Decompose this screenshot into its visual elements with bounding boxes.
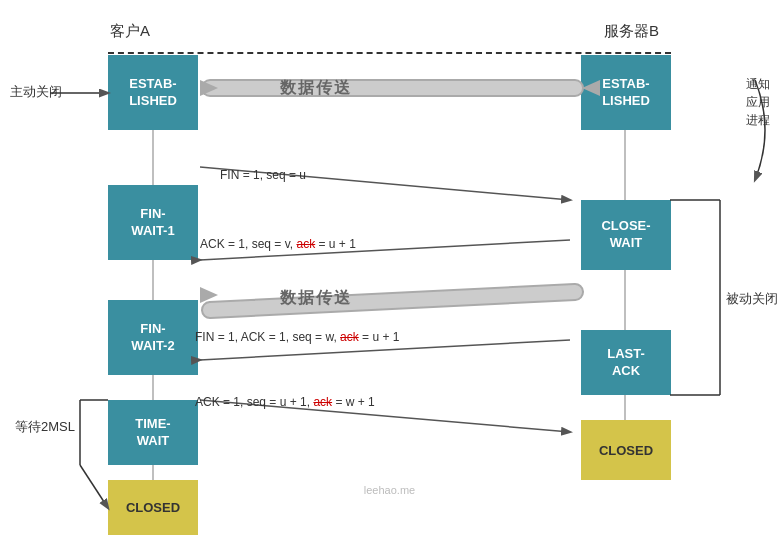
svg-marker-23 (582, 80, 600, 96)
ack2-label: ACK = 1, seq = u + 1, ack = w + 1 (195, 395, 375, 409)
estab-left-box: ESTAB-LISHED (108, 55, 198, 130)
diagram: 客户A 服务器B ESTAB-LISHED FIN-WAIT-1 FIN-WAI… (0, 0, 779, 551)
server-label: 服务器B (604, 22, 659, 41)
active-close-label: 主动关闭 (10, 83, 62, 101)
notify-app-label: 通知应用进程 (746, 75, 770, 129)
close-wait-box: CLOSE-WAIT (581, 200, 671, 270)
passive-close-label: 被动关闭 (726, 290, 778, 308)
fin-wait1-box: FIN-WAIT-1 (108, 185, 198, 260)
client-label: 客户A (110, 22, 150, 41)
data-transfer-arrows (200, 70, 600, 106)
data-transfer-mid-arrows (200, 281, 600, 311)
time-wait-box: TIME-WAIT (108, 400, 198, 465)
closed-right-box: CLOSED (581, 420, 671, 480)
ack1-label: ACK = 1, seq = v, ack = u + 1 (200, 237, 356, 251)
svg-marker-24 (200, 287, 218, 303)
svg-marker-22 (200, 80, 218, 96)
closed-left-box: CLOSED (108, 480, 198, 535)
watermark: leehao.me (364, 484, 415, 496)
wait-2msl-label: 等待2MSL (15, 418, 75, 436)
fin-seq-label: FIN = 1, seq = u (220, 168, 306, 182)
fin-ack-label: FIN = 1, ACK = 1, seq = w, ack = u + 1 (195, 330, 399, 344)
last-ack-box: LAST-ACK (581, 330, 671, 395)
top-line (108, 52, 671, 54)
svg-line-18 (80, 465, 108, 508)
fin-wait2-box: FIN-WAIT-2 (108, 300, 198, 375)
